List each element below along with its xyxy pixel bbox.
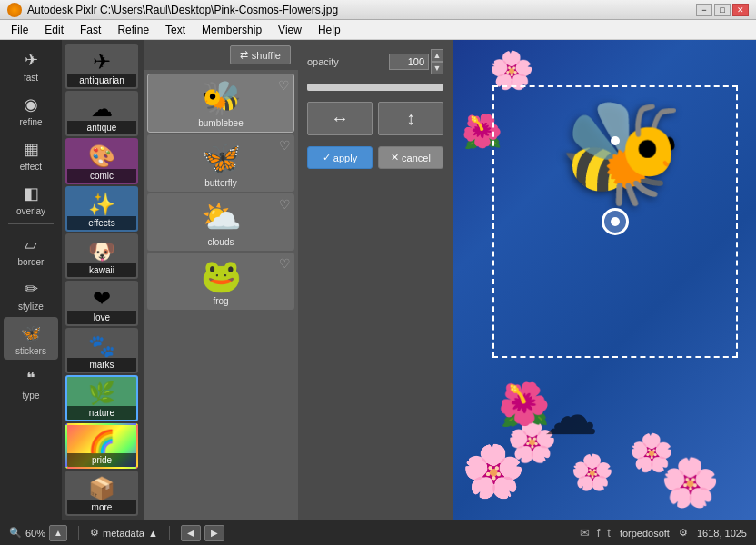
- sticker-cat-more[interactable]: 📦 more: [65, 471, 138, 516]
- sticker-cat-pride[interactable]: 🌈 pride: [65, 423, 138, 469]
- sticker-cat-marks[interactable]: 🐾 marks: [65, 328, 138, 373]
- titlebar-controls: − □ ✕: [696, 4, 749, 16]
- fav-icon-butterfly[interactable]: ♡: [279, 138, 291, 153]
- cat-preview-effects: ✨: [88, 192, 115, 217]
- sticker-item-clouds[interactable]: ♡ ⛅ clouds: [147, 193, 294, 251]
- close-button[interactable]: ✕: [732, 4, 749, 16]
- statusbar: 🔍 60% ▲ ⚙ metadata ▲ ◀ ▶ ✉ f t torpedoso…: [0, 520, 756, 545]
- cat-label-kawaii: kawaii: [67, 263, 136, 277]
- flower-8: 🌺: [498, 380, 550, 429]
- canvas-area[interactable]: 🌸 🌸 🌸 🌸 🌸 🌸 🌺 🌺 ☁ 🐝: [453, 40, 756, 520]
- shuffle-bar: ⇄ shuffle: [144, 40, 298, 70]
- sidebar-tool-effect[interactable]: ▦effect: [4, 133, 58, 175]
- cat-label-effects: effects: [67, 216, 136, 230]
- cat-label-pride: pride: [67, 453, 136, 467]
- cat-preview-marks: 🐾: [88, 333, 115, 359]
- sticker-item-frog[interactable]: ♡ 🐸 frog: [147, 253, 294, 310]
- apply-button[interactable]: ✓ apply: [307, 146, 373, 169]
- sticker-item-bumblebee[interactable]: ♡ 🐝 bumblebee: [147, 74, 294, 133]
- cancel-button[interactable]: ✕ cancel: [378, 146, 443, 169]
- flower-3: 🌸: [571, 452, 613, 492]
- cat-label-marks: marks: [67, 358, 136, 372]
- social-links: ✉ f t: [580, 526, 611, 540]
- menu-item-membership[interactable]: Membership: [194, 22, 269, 38]
- menu-item-text[interactable]: Text: [158, 22, 193, 38]
- sticker-name-butterfly: butterfly: [204, 178, 237, 188]
- fav-icon-bumblebee[interactable]: ♡: [278, 78, 290, 93]
- sticker-cat-antique[interactable]: ☁ antique: [65, 91, 138, 136]
- fav-icon-frog[interactable]: ♡: [279, 256, 291, 271]
- cat-preview-more: 📦: [88, 476, 115, 501]
- sticker-item-butterfly[interactable]: ♡ 🦋 butterfly: [147, 134, 294, 192]
- sticker-cat-antiquarian[interactable]: ✈ antiquarian: [65, 44, 138, 89]
- sidebar-tool-label-fast: fast: [24, 73, 38, 83]
- search-icon: 🔍: [9, 527, 22, 539]
- cat-preview-nature: 🌿: [88, 381, 115, 406]
- cat-label-nature: nature: [67, 406, 136, 420]
- flower-6: 🌸: [489, 49, 534, 92]
- cat-preview-kawaii: 🐶: [88, 239, 115, 264]
- email-icon[interactable]: ✉: [580, 526, 590, 540]
- sidebar-tool-border[interactable]: ▱border: [4, 228, 58, 271]
- sticker-cat-nature[interactable]: 🌿 nature: [65, 375, 138, 421]
- flip-row: ↔ ↕: [307, 102, 443, 135]
- opacity-input[interactable]: [389, 54, 429, 70]
- effect-icon: ▦: [18, 136, 44, 162]
- bee-sticker[interactable]: 🐝: [559, 94, 683, 212]
- separator-1: [78, 526, 79, 540]
- sidebar-tool-overlay[interactable]: ◧overlay: [4, 177, 58, 220]
- main-area: ✈fast◉refine▦effect◧overlay▱border✏styli…: [0, 40, 756, 520]
- sticker-emoji-butterfly: 🦋: [201, 142, 242, 174]
- statusbar-right: ✉ f t torpedosoft ⚙ 1618, 1025: [580, 526, 747, 540]
- nav-prev-button[interactable]: ◀: [181, 525, 201, 541]
- menu-item-view[interactable]: View: [271, 22, 309, 38]
- menu-item-refine[interactable]: Refine: [110, 22, 156, 38]
- fast-icon: ✈: [18, 47, 44, 73]
- flip-horizontal-button[interactable]: ↔: [307, 102, 373, 135]
- overlay-icon: ◧: [18, 181, 44, 206]
- sidebar-tool-label-stylize: stylize: [18, 302, 44, 312]
- opacity-down-btn[interactable]: ▼: [431, 62, 443, 74]
- sticker-cat-love[interactable]: ❤ love: [65, 281, 138, 326]
- flip-vertical-button[interactable]: ↕: [378, 102, 443, 135]
- nav-next-button[interactable]: ▶: [204, 525, 224, 541]
- sticker-cat-kawaii[interactable]: 🐶 kawaii: [65, 233, 138, 279]
- left-sidebar: ✈fast◉refine▦effect◧overlay▱border✏styli…: [0, 40, 62, 520]
- minimize-button[interactable]: −: [696, 4, 712, 16]
- facebook-icon[interactable]: f: [597, 526, 601, 540]
- shuffle-button[interactable]: ⇄ shuffle: [230, 45, 291, 64]
- cat-label-antiquarian: antiquarian: [67, 74, 136, 87]
- sidebar-tool-label-overlay: overlay: [16, 206, 45, 216]
- sidebar-tool-label-refine: refine: [19, 117, 42, 127]
- border-icon: ▱: [18, 232, 44, 257]
- maximize-button[interactable]: □: [714, 4, 731, 16]
- sidebar-tool-stylize[interactable]: ✏stylize: [4, 272, 58, 315]
- sticker-grid: ♡ 🐝 bumblebee ♡ 🦋 butterfly ♡ ⛅ clouds ♡…: [144, 70, 298, 313]
- action-buttons: ✓ apply ✕ cancel: [307, 146, 443, 169]
- menu-item-fast[interactable]: Fast: [73, 22, 108, 38]
- selection-center: [602, 208, 629, 235]
- sticker-cat-comic[interactable]: 🎨 comic: [65, 138, 138, 183]
- zoom-up-button[interactable]: ▲: [49, 525, 67, 541]
- settings-icon[interactable]: ⚙: [679, 527, 688, 539]
- sidebar-tool-type[interactable]: ❝type: [4, 362, 58, 404]
- opacity-up-btn[interactable]: ▲: [431, 49, 443, 62]
- type-icon: ❝: [18, 365, 44, 391]
- menu-item-edit[interactable]: Edit: [37, 22, 71, 38]
- cat-preview-antiquarian: ✈: [93, 49, 111, 74]
- brand-name: torpedosoft: [620, 528, 670, 539]
- twitter-icon[interactable]: t: [607, 526, 611, 540]
- sticker-cat-effects[interactable]: ✨ effects: [65, 186, 138, 232]
- sidebar-tool-fast[interactable]: ✈fast: [4, 44, 58, 86]
- cat-preview-love: ❤: [93, 286, 111, 312]
- stickers-icon: 🦋: [18, 321, 44, 346]
- metadata-button[interactable]: ⚙ metadata ▲: [90, 527, 158, 539]
- fav-icon-clouds[interactable]: ♡: [279, 197, 291, 212]
- menu-item-help[interactable]: Help: [311, 22, 348, 38]
- center-dot: [611, 217, 620, 226]
- sidebar-tool-stickers[interactable]: 🦋stickers: [4, 317, 58, 360]
- sidebar-tool-refine[interactable]: ◉refine: [4, 88, 58, 131]
- opacity-fill: [307, 84, 443, 91]
- sticker-emoji-bumblebee: 🐝: [201, 82, 242, 114]
- menu-item-file[interactable]: File: [4, 22, 35, 38]
